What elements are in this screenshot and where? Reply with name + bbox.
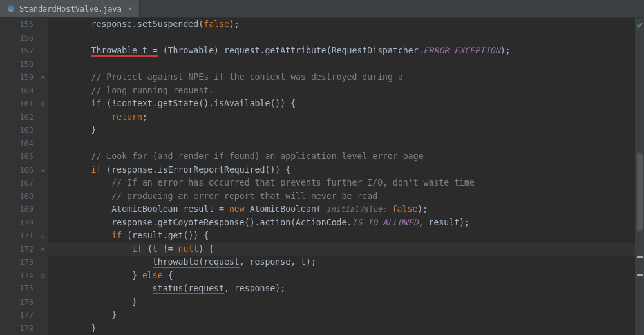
fold-toggle-icon[interactable]: ⊟ (39, 243, 48, 256)
code-line[interactable]: response.setSuspended(false); (50, 18, 635, 32)
marker-tick (637, 274, 643, 276)
marker-strip[interactable] (635, 18, 644, 335)
line-number: 168 (0, 190, 33, 204)
java-class-icon: C (6, 5, 15, 14)
fold-spacer (39, 296, 48, 309)
fold-toggle-icon[interactable]: ⊟ (39, 97, 48, 111)
code-line[interactable]: response.getCoyoteResponse().action(Acti… (50, 216, 635, 230)
line-number: 160 (0, 84, 33, 98)
line-number: 158 (0, 58, 33, 72)
code-line[interactable]: // Look for (and render if found) an app… (50, 150, 635, 164)
line-number: 172 (0, 243, 33, 256)
line-number: 157 (0, 44, 33, 58)
code-line[interactable]: } else { (50, 269, 635, 283)
fold-spacer (39, 322, 48, 336)
fold-strip[interactable]: ⊟⊟⊟⊟⊟⊟ (39, 18, 48, 335)
fold-spacer (39, 44, 48, 58)
code-line[interactable]: throwable(request, response, t); (50, 256, 635, 269)
code-line[interactable]: return; (50, 111, 635, 124)
fold-spacer (39, 309, 48, 322)
fold-toggle-icon[interactable]: ⊟ (39, 229, 48, 243)
line-number: 175 (0, 282, 33, 296)
fold-spacer (39, 111, 48, 124)
line-number: 167 (0, 177, 33, 190)
line-number-gutter: 1551561571581591601611621631641651661671… (0, 18, 39, 335)
fold-spacer (39, 216, 48, 230)
fold-spacer (39, 150, 48, 164)
code-line[interactable]: } (50, 309, 635, 322)
line-number: 170 (0, 216, 33, 230)
tab-close-icon[interactable]: × (128, 5, 133, 13)
fold-spacer (39, 282, 48, 296)
code-line[interactable] (50, 32, 635, 45)
code-line[interactable]: if (t != null) { (50, 243, 635, 256)
fold-spacer (39, 32, 48, 45)
line-number: 165 (0, 150, 33, 164)
code-editor[interactable]: 1551561571581591601611621631641651661671… (0, 18, 644, 335)
code-line[interactable]: if (result.get()) { (50, 229, 635, 243)
fold-toggle-icon[interactable]: ⊟ (39, 164, 48, 177)
line-number: 174 (0, 269, 33, 283)
line-number: 156 (0, 32, 33, 45)
fold-spacer (39, 190, 48, 204)
scrollbar-thumb[interactable] (637, 153, 643, 231)
line-number: 176 (0, 296, 33, 309)
code-line[interactable] (50, 58, 635, 72)
fold-spacer (39, 256, 48, 269)
line-number: 163 (0, 124, 33, 137)
svg-text:C: C (9, 6, 13, 12)
code-line[interactable]: AtomicBoolean result = new AtomicBoolean… (50, 203, 635, 216)
code-line[interactable]: } (50, 296, 635, 309)
code-line[interactable]: Throwable t = (Throwable) request.getAtt… (50, 44, 635, 58)
code-line[interactable]: if (response.isErrorReportRequired()) { (50, 164, 635, 177)
line-number: 155 (0, 18, 33, 32)
code-line[interactable]: // producing an error report that will n… (50, 190, 635, 204)
fold-spacer (39, 137, 48, 151)
line-number: 171 (0, 229, 33, 243)
code-line[interactable]: // Protect against NPEs if the context w… (50, 71, 635, 84)
code-line[interactable]: } (50, 124, 635, 137)
code-line[interactable] (50, 137, 635, 151)
code-line[interactable]: status(request, response); (50, 282, 635, 296)
code-line[interactable]: // long running request. (50, 84, 635, 98)
code-line[interactable]: // If an error has occurred that prevent… (50, 177, 635, 190)
marker-tick (637, 256, 643, 258)
analysis-ok-icon (636, 22, 643, 28)
fold-toggle-icon[interactable]: ⊟ (39, 269, 48, 283)
fold-spacer (39, 18, 48, 32)
line-number: 166 (0, 164, 33, 177)
fold-spacer (39, 84, 48, 98)
line-number: 178 (0, 322, 33, 336)
tab-filename: StandardHostValve.java (19, 5, 122, 14)
line-number: 159 (0, 71, 33, 84)
line-number: 162 (0, 111, 33, 124)
fold-toggle-icon[interactable]: ⊟ (39, 71, 48, 84)
line-number: 169 (0, 203, 33, 216)
fold-spacer (39, 58, 48, 72)
code-area[interactable]: response.setSuspended(false); Throwable … (48, 18, 635, 335)
fold-spacer (39, 177, 48, 190)
line-number: 177 (0, 309, 33, 322)
code-line[interactable]: if (!context.getState().isAvailable()) { (50, 97, 635, 111)
line-number: 173 (0, 256, 33, 269)
tab-bar: C StandardHostValve.java × (0, 0, 644, 18)
fold-spacer (39, 124, 48, 137)
code-line[interactable]: } (50, 322, 635, 336)
fold-spacer (39, 203, 48, 216)
line-number: 161 (0, 97, 33, 111)
active-tab[interactable]: C StandardHostValve.java × (0, 0, 140, 17)
line-number: 164 (0, 137, 33, 151)
